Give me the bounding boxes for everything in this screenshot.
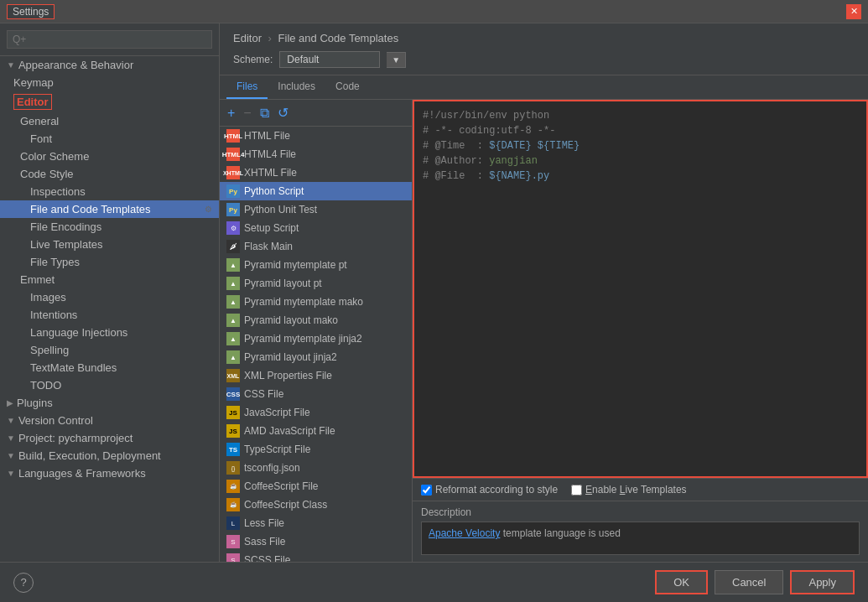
file-type-icon: Py <box>226 203 240 216</box>
file-type-icon: JS <box>226 406 240 419</box>
sidebar-item-label: Version Control <box>18 414 93 427</box>
content-body: + − ⧉ ↺ HTMLHTML FileHTML4HTML4 FileXHTM… <box>220 100 868 562</box>
sidebar-item-file-encodings[interactable]: File Encodings <box>0 218 219 236</box>
file-item[interactable]: LLess File <box>220 514 412 532</box>
title-bar: Settings ✕ <box>0 0 868 23</box>
sidebar-item-color-scheme[interactable]: Color Scheme <box>0 148 219 165</box>
sidebar-item-version-control[interactable]: ▼Version Control <box>0 412 219 429</box>
file-list-toolbar: + − ⧉ ↺ <box>220 100 412 127</box>
file-item[interactable]: ☕CoffeeScript Class <box>220 496 412 514</box>
file-item[interactable]: ▲Pyramid mytemplate mako <box>220 293 412 311</box>
sidebar-item-emmet[interactable]: Emmet <box>0 271 219 288</box>
sidebar-item-label: File Types <box>30 256 80 268</box>
sidebar-item-inspections[interactable]: Inspections <box>0 183 219 200</box>
file-item-label: Pyramid mytemplate jinja2 <box>244 333 362 345</box>
file-item[interactable]: ▲Pyramid layout pt <box>220 274 412 293</box>
sidebar-item-editor[interactable]: Editor <box>0 91 219 112</box>
main-container: ▼Appearance & BehaviorKeymapEditorGenera… <box>0 23 868 562</box>
file-item[interactable]: ▲Pyramid layout jinja2 <box>220 348 412 366</box>
restore-template-button[interactable]: ↺ <box>275 103 291 122</box>
file-item[interactable]: CSSCSS File <box>220 385 412 403</box>
file-item[interactable]: JSAMD JavaScript File <box>220 422 412 440</box>
sidebar-item-file-and-code-templates[interactable]: File and Code Templates⚙ <box>0 200 219 218</box>
live-templates-label: Enable Live Templates <box>585 484 687 496</box>
description-label: Description <box>421 506 860 518</box>
file-item-label: XHTML File <box>244 167 297 179</box>
file-item[interactable]: SSass File <box>220 532 412 551</box>
reformat-checkbox[interactable] <box>421 485 432 496</box>
search-box <box>0 23 219 56</box>
file-item[interactable]: XMLXML Properties File <box>220 366 412 385</box>
sidebar-item-label: File and Code Templates <box>30 203 151 215</box>
scheme-label: Scheme: <box>233 54 273 65</box>
file-item[interactable]: XHTMLXHTML File <box>220 163 412 182</box>
sidebar-item-project--pycharmproject[interactable]: ▼Project: pycharmproject <box>0 429 219 447</box>
cancel-button[interactable]: Cancel <box>715 570 783 594</box>
live-templates-checkbox-row: Enable Live Templates <box>571 484 687 496</box>
file-item[interactable]: ▲Pyramid mytemplate jinja2 <box>220 330 412 348</box>
file-item[interactable]: JSJavaScript File <box>220 403 412 422</box>
remove-template-button[interactable]: − <box>241 104 253 122</box>
file-item[interactable]: TSTypeScript File <box>220 440 412 459</box>
file-item[interactable]: ▲Pyramid layout mako <box>220 311 412 330</box>
file-item-label: Less File <box>244 517 284 529</box>
file-item[interactable]: 🌶Flask Main <box>220 237 412 256</box>
search-input[interactable] <box>7 30 212 49</box>
copy-template-button[interactable]: ⧉ <box>257 104 272 122</box>
file-item[interactable]: {}tsconfig.json <box>220 459 412 477</box>
sidebar-item-general[interactable]: General <box>0 112 219 130</box>
sidebar-item-keymap[interactable]: Keymap <box>0 74 219 91</box>
scheme-dropdown-arrow[interactable]: ▼ <box>387 52 406 68</box>
sidebar-item-build--execution--deployment[interactable]: ▼Build, Execution, Deployment <box>0 447 219 464</box>
scheme-select[interactable]: Default <box>279 51 380 68</box>
file-item-label: AMD JavaScript File <box>244 425 335 437</box>
description-rest: template language is used <box>500 527 620 539</box>
file-item[interactable]: HTMLHTML File <box>220 127 412 145</box>
tab-includes[interactable]: Includes <box>268 75 325 99</box>
file-item[interactable]: ▲Pyramid mytemplate pt <box>220 256 412 274</box>
expand-arrow: ▼ <box>7 60 15 70</box>
file-item[interactable]: SSCSS File <box>220 551 412 562</box>
sidebar-item-intentions[interactable]: Intentions <box>0 306 219 324</box>
editor-panel: #!/usr/bin/env python# -*- coding:utf-8 … <box>413 100 868 562</box>
file-item[interactable]: PyPython Unit Test <box>220 200 412 219</box>
file-item-label: Sass File <box>244 536 285 548</box>
code-editor[interactable]: #!/usr/bin/env python# -*- coding:utf-8 … <box>413 100 868 478</box>
apache-velocity-link[interactable]: Apache Velocity <box>429 527 500 539</box>
ok-button[interactable]: OK <box>655 570 708 594</box>
sidebar-item-file-types[interactable]: File Types <box>0 253 219 271</box>
file-type-icon: CSS <box>226 387 240 401</box>
sidebar-item-appearance---behavior[interactable]: ▼Appearance & Behavior <box>0 56 219 74</box>
file-item-label: HTML File <box>244 130 290 142</box>
file-item[interactable]: PyPython Script <box>220 182 412 200</box>
sidebar-item-textmate-bundles[interactable]: TextMate Bundles <box>0 359 219 376</box>
sidebar-item-plugins[interactable]: ▶Plugins <box>0 394 219 412</box>
sidebar-item-label: Live Templates <box>30 238 102 251</box>
file-type-icon: ▲ <box>226 258 240 272</box>
close-button[interactable]: ✕ <box>846 4 861 19</box>
live-templates-checkbox[interactable] <box>571 485 582 496</box>
apply-button[interactable]: Apply <box>790 570 855 594</box>
description-box: Apache Velocity template language is use… <box>421 522 860 555</box>
sidebar-item-spelling[interactable]: Spelling <box>0 341 219 359</box>
help-button[interactable]: ? <box>13 573 34 593</box>
code-line: # -*- coding:utf-8 -*- <box>423 123 858 138</box>
tab-code[interactable]: Code <box>325 75 370 99</box>
sidebar-item-font[interactable]: Font <box>0 130 219 148</box>
file-item[interactable]: ⚙Setup Script <box>220 219 412 237</box>
expand-arrow: ▼ <box>7 451 15 460</box>
sidebar-item-languages---frameworks[interactable]: ▼Languages & Frameworks <box>0 464 219 482</box>
add-template-button[interactable]: + <box>225 104 237 122</box>
sidebar-item-images[interactable]: Images <box>0 288 219 306</box>
tab-files[interactable]: Files <box>226 75 268 99</box>
sidebar-item-code-style[interactable]: Code Style <box>0 165 219 183</box>
code-line: # @File : ${NAME}.py <box>423 169 858 184</box>
file-item[interactable]: HTML4HTML4 File <box>220 145 412 163</box>
file-item-label: Pyramid mytemplate pt <box>244 259 347 271</box>
sidebar-item-live-templates[interactable]: Live Templates <box>0 236 219 253</box>
sidebar-item-todo[interactable]: TODO <box>0 376 219 394</box>
sidebar-item-language-injections[interactable]: Language Injections <box>0 324 219 341</box>
file-item-label: CoffeeScript File <box>244 480 318 492</box>
file-item[interactable]: ☕CoffeeScript File <box>220 477 412 496</box>
sidebar-item-label: Font <box>30 132 52 145</box>
